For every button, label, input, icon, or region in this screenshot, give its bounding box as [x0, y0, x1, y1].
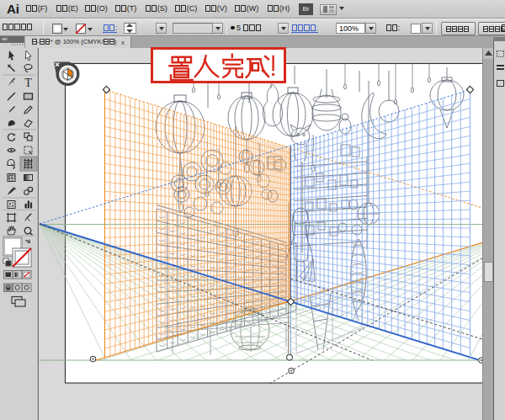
- svg-text:T: T: [24, 77, 32, 89]
